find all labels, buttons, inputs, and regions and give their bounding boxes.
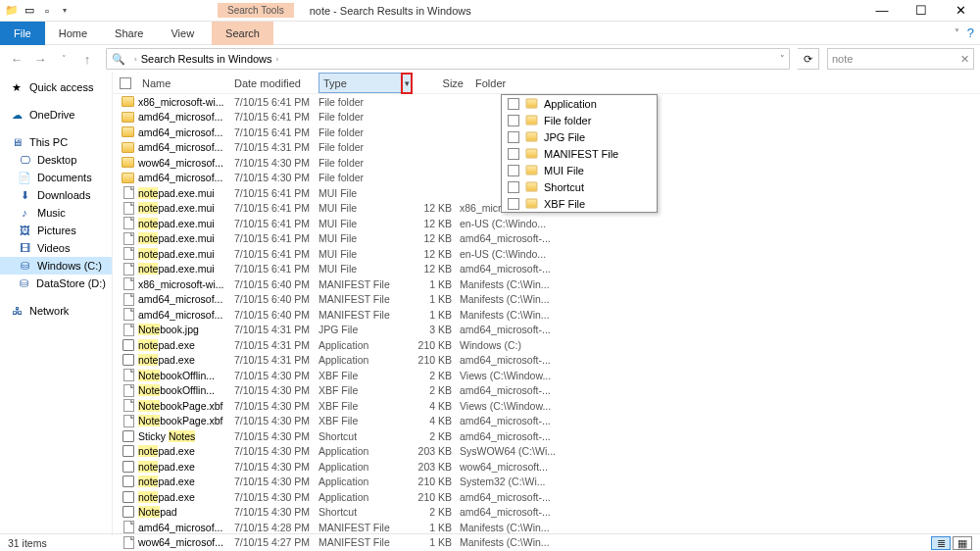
table-row[interactable]: NotebookOfflin...7/10/15 4:30 PMXBF File… <box>113 383 980 399</box>
sidebar-this-pc[interactable]: 🖥 This PC <box>0 133 112 151</box>
view-details-button[interactable]: ≣ <box>931 536 951 550</box>
table-row[interactable]: Notebook.jpg7/10/15 4:31 PMJPG File3 KBa… <box>113 323 980 338</box>
tab-home[interactable]: Home <box>45 22 101 45</box>
sidebar-item[interactable]: ⛁DataStore (D:) <box>0 275 112 292</box>
column-header-date[interactable]: Date modified <box>234 77 318 89</box>
table-row[interactable]: notepad.exe7/10/15 4:31 PMApplication210… <box>113 353 980 369</box>
breadcrumb-history-dropdown[interactable]: ˅ <box>780 54 785 64</box>
tab-search[interactable]: Search <box>212 22 273 45</box>
sidebar-item[interactable]: ⬇Downloads <box>0 186 112 204</box>
select-all-checkbox[interactable] <box>120 77 131 89</box>
search-input[interactable]: note ✕ <box>827 48 974 70</box>
table-row[interactable]: notepad.exe7/10/15 4:30 PMApplication210… <box>113 489 980 505</box>
refresh-button[interactable]: ⟳ <box>798 48 819 70</box>
table-row[interactable]: notepad.exe.mui7/10/15 6:41 PMMUI File12… <box>113 216 980 231</box>
column-header-folder[interactable]: Folder <box>471 77 560 89</box>
nav-back-button[interactable]: ← <box>6 48 27 70</box>
filter-checkbox[interactable] <box>508 165 519 176</box>
breadcrumb[interactable]: 🔍 › Search Results in Windows › ˅ <box>106 48 790 70</box>
type-filter-option[interactable]: XBF File <box>502 195 657 212</box>
type-filter-option[interactable]: MUI File <box>502 162 657 178</box>
tab-file[interactable]: File <box>0 22 45 45</box>
table-row[interactable]: notepad.exe7/10/15 4:30 PMApplication203… <box>113 444 980 460</box>
qat-newfolder-icon[interactable]: ▫ <box>39 3 55 19</box>
sidebar-quick-access[interactable]: ★ Quick access <box>0 78 112 96</box>
tab-view[interactable]: View <box>157 22 208 45</box>
table-row[interactable]: notepad.exe.mui7/10/15 6:41 PMMUI File12… <box>113 231 980 247</box>
file-icon <box>123 521 134 533</box>
table-row[interactable]: NotebookOfflin...7/10/15 4:30 PMXBF File… <box>113 368 980 383</box>
close-button[interactable]: ✕ <box>941 0 980 22</box>
nav-forward-button[interactable]: → <box>29 48 51 70</box>
folder-icon <box>122 157 134 168</box>
type-filter-option[interactable]: MANIFEST File <box>502 145 657 162</box>
filter-checkbox[interactable] <box>508 198 519 210</box>
filter-checkbox[interactable] <box>508 131 519 143</box>
table-row[interactable]: x86_microsoft-wi...7/10/15 6:40 PMMANIFE… <box>113 276 980 292</box>
view-large-icons-button[interactable]: ▦ <box>953 536 972 550</box>
table-row[interactable]: notepad.exe7/10/15 4:30 PMApplication203… <box>113 459 980 475</box>
sidebar-item[interactable]: ⛁Windows (C:) <box>0 257 112 275</box>
nav-up-button[interactable]: ↑ <box>76 48 98 70</box>
sidebar-item[interactable]: 🖵Desktop <box>0 151 112 169</box>
column-header-row: Name Date modified Type ▾ Size Folder <box>113 73 980 94</box>
help-icon[interactable]: ? <box>967 25 974 40</box>
filter-checkbox[interactable] <box>508 115 519 126</box>
sidebar-item[interactable]: 🎞Videos <box>0 239 112 257</box>
type-filter-option[interactable]: Shortcut <box>502 178 657 195</box>
maximize-button[interactable]: ☐ <box>902 0 941 22</box>
nav-recent-dropdown[interactable]: ˅ <box>53 48 74 70</box>
sidebar-item[interactable]: ♪Music <box>0 204 112 222</box>
cell-name: notepad.exe <box>138 339 234 351</box>
desktop-icon: 🖵 <box>18 153 31 167</box>
clear-search-icon[interactable]: ✕ <box>960 53 969 66</box>
cell-type: Shortcut <box>318 430 413 442</box>
cell-name: Notepad <box>138 506 234 518</box>
table-row[interactable]: NotebookPage.xbf7/10/15 4:30 PMXBF File4… <box>113 414 980 429</box>
qat-properties-icon[interactable]: ▭ <box>22 3 37 19</box>
table-row[interactable]: amd64_microsof...7/10/15 6:40 PMMANIFEST… <box>113 292 980 308</box>
qat-customize-icon[interactable]: ▾ <box>57 3 73 19</box>
table-row[interactable]: notepad.exe.mui7/10/15 6:41 PMMUI File12… <box>113 262 980 277</box>
cell-folder: en-US (C:\Windo... <box>460 248 577 260</box>
type-filter-option[interactable]: Application <box>502 95 657 112</box>
table-row[interactable]: amd64_microsof...7/10/15 6:40 PMMANIFEST… <box>113 307 980 323</box>
table-row[interactable]: NotebookPage.xbf7/10/15 4:30 PMXBF File4… <box>113 398 980 414</box>
table-row[interactable]: notepad.exe.mui7/10/15 6:41 PMMUI File12… <box>113 246 980 262</box>
column-header-size[interactable]: Size <box>413 77 471 89</box>
ribbon-expand-icon[interactable]: ˅ <box>955 27 959 38</box>
sidebar-item[interactable]: 🖼Pictures <box>0 222 112 239</box>
chevron-down-icon: ▾ <box>405 78 410 88</box>
table-row[interactable]: notepad.exe7/10/15 4:31 PMApplication210… <box>113 337 980 353</box>
cell-size: 1 KB <box>413 293 460 305</box>
minimize-button[interactable]: — <box>862 0 902 22</box>
file-icon <box>123 277 134 290</box>
sidebar-onedrive[interactable]: ☁ OneDrive <box>0 106 112 124</box>
search-value: note <box>832 53 853 65</box>
chevron-right-icon[interactable]: › <box>276 55 279 64</box>
cloud-icon: ☁ <box>10 108 24 122</box>
cell-name: notepad.exe.mui <box>138 248 234 260</box>
cell-size: 210 KB <box>413 339 460 351</box>
cell-type: XBF File <box>318 400 413 412</box>
filter-checkbox[interactable] <box>508 148 519 160</box>
type-filter-dropdown-button[interactable]: ▾ <box>401 73 413 94</box>
type-filter-option[interactable]: JPG File <box>502 128 657 145</box>
column-header-type[interactable]: Type ▾ <box>318 73 401 93</box>
file-icon <box>123 399 134 412</box>
filter-checkbox[interactable] <box>508 98 519 110</box>
sidebar-item[interactable]: 📄Documents <box>0 169 112 186</box>
sidebar-network[interactable]: 🖧 Network <box>0 302 112 320</box>
breadcrumb-segment[interactable]: Search Results in Windows <box>141 53 272 65</box>
table-row[interactable]: Sticky Notes7/10/15 4:30 PMShortcut2 KBa… <box>113 428 980 444</box>
filter-checkbox[interactable] <box>508 181 519 193</box>
file-icon <box>123 369 134 381</box>
type-filter-option[interactable]: File folder <box>502 112 657 128</box>
tab-share[interactable]: Share <box>101 22 157 45</box>
sidebar-item-label: Pictures <box>37 225 76 236</box>
table-row[interactable]: notepad.exe7/10/15 4:30 PMApplication210… <box>113 475 980 490</box>
chevron-right-icon[interactable]: › <box>134 55 137 64</box>
sidebar-item-label: Windows (C:) <box>37 260 102 272</box>
table-row[interactable]: Notepad7/10/15 4:30 PMShortcut2 KBamd64_… <box>113 505 980 521</box>
column-header-name[interactable]: Name <box>138 77 234 89</box>
